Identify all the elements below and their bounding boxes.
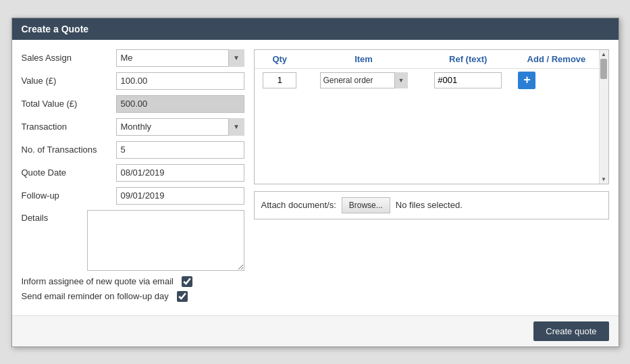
add-item-button[interactable]: + <box>518 72 535 89</box>
scroll-bar-area <box>600 57 607 176</box>
left-panel: Sales Assign Me Other ▼ Value (£) Total … <box>22 49 244 306</box>
follow-up-label: Follow-up <box>22 190 116 201</box>
modal-header: Create a Quote <box>12 18 619 40</box>
item-select-wrapper: General order Service Product ▼ <box>320 72 408 88</box>
col-item: Item <box>305 50 422 69</box>
col-add-remove: Add / Remove <box>514 50 598 69</box>
sales-assign-select-wrapper: Me Other ▼ <box>116 49 244 67</box>
no-file-text: No files selected. <box>396 200 463 210</box>
no-of-transactions-input[interactable] <box>116 141 244 159</box>
sales-assign-select[interactable]: Me Other <box>116 49 244 67</box>
total-value-input <box>116 95 244 113</box>
follow-up-input[interactable] <box>116 187 244 205</box>
transaction-row: Transaction Monthly Weekly Daily Annual … <box>22 118 244 136</box>
total-value-row: Total Value (£) <box>22 95 244 113</box>
modal-body: Sales Assign Me Other ▼ Value (£) Total … <box>12 40 619 315</box>
col-ref: Ref (text) <box>422 50 514 69</box>
table-row: General order Service Product ▼ <box>255 68 599 92</box>
item-cell: General order Service Product ▼ <box>305 68 422 92</box>
create-quote-modal: Create a Quote Sales Assign Me Other ▼ V… <box>11 18 619 347</box>
total-value-label: Total Value (£) <box>22 99 116 109</box>
right-panel: Qty Item Ref (text) Add / Remove <box>254 49 609 306</box>
items-table: Qty Item Ref (text) Add / Remove <box>255 50 599 92</box>
add-remove-cell: + <box>514 68 598 92</box>
attach-document-row: Attach document/s: Browse... No files se… <box>254 191 609 219</box>
item-select[interactable]: General order Service Product <box>320 72 408 88</box>
checkbox2-row: Send email reminder on follow-up day <box>22 291 244 302</box>
quote-date-label: Quote Date <box>22 167 116 178</box>
no-of-transactions-row: No. of Transactions <box>22 141 244 159</box>
quote-date-row: Quote Date <box>22 164 244 182</box>
value-input[interactable] <box>116 72 244 90</box>
transaction-select[interactable]: Monthly Weekly Daily Annual <box>116 118 244 136</box>
checkboxes-section: Inform assignee of new quote via email S… <box>22 276 244 302</box>
items-table-header: Qty Item Ref (text) Add / Remove <box>255 50 599 69</box>
details-textarea[interactable] <box>87 210 244 271</box>
ref-input[interactable] <box>434 72 502 88</box>
checkbox1-input[interactable] <box>182 276 192 287</box>
no-of-transactions-label: No. of Transactions <box>22 145 116 155</box>
sales-assign-label: Sales Assign <box>22 53 116 63</box>
checkbox2-label: Send email reminder on follow-up day <box>22 291 169 301</box>
sales-assign-row: Sales Assign Me Other ▼ <box>22 49 244 67</box>
create-quote-button[interactable]: Create quote <box>533 321 608 341</box>
quote-date-input[interactable] <box>116 164 244 182</box>
col-qty: Qty <box>255 50 306 69</box>
modal-footer: Create quote <box>12 315 619 346</box>
checkbox1-label: Inform assignee of new quote via email <box>22 276 174 286</box>
details-label: Details <box>22 210 87 223</box>
items-table-inner: Qty Item Ref (text) Add / Remove <box>255 50 599 184</box>
checkbox2-input[interactable] <box>177 291 188 302</box>
checkbox1-row: Inform assignee of new quote via email <box>22 276 244 287</box>
vertical-scrollbar: ▲ ▼ <box>599 50 608 184</box>
items-table-section: Qty Item Ref (text) Add / Remove <box>254 49 609 184</box>
qty-input[interactable] <box>263 72 296 88</box>
scroll-thumb[interactable] <box>600 59 607 79</box>
details-row: Details <box>22 210 244 271</box>
qty-cell <box>255 68 306 92</box>
ref-cell <box>422 68 514 92</box>
value-row: Value (£) <box>22 72 244 90</box>
browse-button[interactable]: Browse... <box>342 197 390 213</box>
transaction-select-wrapper: Monthly Weekly Daily Annual ▼ <box>116 118 244 136</box>
attach-label: Attach document/s: <box>261 200 336 210</box>
follow-up-row: Follow-up <box>22 187 244 205</box>
value-label: Value (£) <box>22 76 116 86</box>
transaction-label: Transaction <box>22 122 116 132</box>
modal-title: Create a Quote <box>22 24 89 34</box>
scroll-down-arrow[interactable]: ▼ <box>601 176 606 182</box>
scroll-up-arrow[interactable]: ▲ <box>601 51 606 57</box>
